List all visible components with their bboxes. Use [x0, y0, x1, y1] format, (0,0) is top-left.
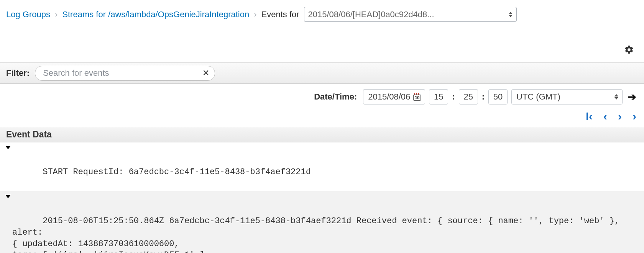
chevron-right-icon: ›: [55, 10, 58, 20]
time-colon: :: [482, 92, 485, 102]
first-page-button[interactable]: ‹: [586, 111, 593, 122]
second-input[interactable]: 50: [488, 89, 508, 104]
last-page-button[interactable]: ›: [632, 111, 637, 122]
log-row[interactable]: START RequestId: 6a7edcbc-3c4f-11e5-8438…: [0, 142, 644, 191]
next-page-button[interactable]: ›: [618, 111, 622, 122]
select-stepper-icon: [614, 94, 618, 100]
caret-down-icon[interactable]: [5, 146, 11, 149]
calendar-icon[interactable]: 10: [413, 93, 421, 101]
breadcrumb-events-for-label: Events for: [261, 10, 299, 20]
stream-select-value: 2015/08/06/[HEAD]0a0c92d4d8...: [308, 10, 434, 20]
caret-down-icon[interactable]: [5, 195, 11, 198]
breadcrumb-log-groups[interactable]: Log Groups: [6, 10, 50, 20]
breadcrumb-streams-for[interactable]: Streams for /aws/lambda/OpsGenieJiraInte…: [62, 10, 249, 20]
timezone-select[interactable]: UTC (GMT): [511, 89, 623, 104]
date-input[interactable]: 2015/08/06 10: [363, 89, 425, 104]
stream-select[interactable]: 2015/08/06/[HEAD]0a0c92d4d8...: [304, 7, 517, 22]
date-value: 2015/08/06: [368, 92, 410, 102]
filter-label: Filter:: [6, 68, 30, 78]
chevron-right-icon: ›: [254, 10, 256, 20]
clear-icon[interactable]: ✕: [202, 69, 209, 77]
filter-bar: Filter: ✕: [0, 62, 644, 84]
datetime-row: Date/Time: 2015/08/06 10 15 : 25 : 50 UT…: [0, 84, 644, 107]
datetime-label: Date/Time:: [314, 92, 357, 102]
log-text: 2015-08-06T15:25:50.864Z 6a7edcbc-3c4f-1…: [12, 216, 619, 253]
pagination: ‹ ‹ › ›: [0, 107, 644, 127]
prev-page-button[interactable]: ‹: [603, 111, 607, 122]
time-colon: :: [452, 92, 455, 102]
log-rows: START RequestId: 6a7edcbc-3c4f-11e5-8438…: [0, 142, 644, 253]
hour-input[interactable]: 15: [429, 89, 448, 104]
select-stepper-icon: [509, 12, 513, 17]
log-text: START RequestId: 6a7edcbc-3c4f-11e5-8438…: [43, 167, 311, 177]
timezone-value: UTC (GMT): [516, 92, 560, 102]
search-input[interactable]: [42, 68, 199, 78]
gear-icon[interactable]: [624, 45, 634, 57]
search-field-wrap: ✕: [35, 66, 215, 81]
log-row[interactable]: 2015-08-06T15:25:50.864Z 6a7edcbc-3c4f-1…: [0, 191, 644, 253]
go-arrow-icon[interactable]: ➔: [626, 91, 638, 103]
minute-input[interactable]: 25: [459, 89, 478, 104]
event-data-header: Event Data: [0, 127, 644, 142]
breadcrumb: Log Groups › Streams for /aws/lambda/Ops…: [0, 0, 644, 24]
